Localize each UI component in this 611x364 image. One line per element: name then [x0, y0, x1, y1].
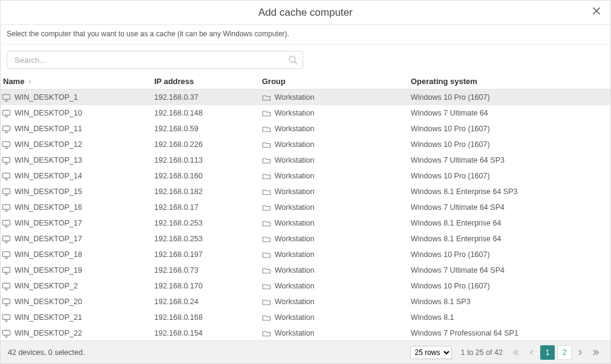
chevron-left-icon — [528, 348, 536, 357]
page-button-1[interactable]: 1 — [540, 345, 555, 360]
cell-ip: 192.168.0.24 — [154, 297, 262, 306]
svg-rect-8 — [2, 204, 10, 209]
cell-group: Workstation — [262, 109, 411, 118]
cell-group: Workstation — [262, 266, 411, 275]
col-header-os[interactable]: Operating system — [411, 77, 610, 86]
table-row[interactable]: WIN_DESKTOP_12192.168.0.226WorkstationWi… — [1, 137, 610, 152]
pager: 12 — [509, 345, 603, 360]
cell-ip: 192.168.0.160 — [154, 172, 262, 180]
last-page-button[interactable] — [589, 345, 603, 360]
group-name: Workstation — [275, 93, 315, 102]
cell-ip: 192.168.0.59 — [154, 125, 262, 133]
cell-ip: 192.168.0.253 — [154, 219, 262, 227]
col-header-name-label: Name — [3, 77, 24, 86]
monitor-icon — [2, 219, 11, 228]
page-numbers: 12 — [540, 345, 572, 360]
cell-group: Workstation — [262, 93, 411, 102]
table-row[interactable]: WIN_DESKTOP_17192.168.0.253WorkstationWi… — [1, 231, 610, 247]
table-body[interactable]: WIN_DESKTOP_1192.168.0.37WorkstationWind… — [1, 89, 610, 340]
table-row[interactable]: WIN_DESKTOP_13192.168.0.113WorkstationWi… — [1, 152, 610, 168]
folder-icon — [262, 156, 271, 165]
table-row[interactable]: WIN_DESKTOP_20192.168.0.24WorkstationWin… — [1, 294, 610, 310]
cell-group: Workstation — [262, 172, 411, 181]
table-row[interactable]: WIN_DESKTOP_11192.168.0.59WorkstationWin… — [1, 121, 610, 137]
dialog-title: Add cache computer — [258, 7, 353, 19]
cell-ip: 192.168.0.17 — [154, 203, 262, 212]
cell-os: Windows 10 Pro (1607) — [411, 172, 610, 180]
prev-page-button[interactable] — [524, 345, 539, 360]
page-size-select[interactable]: 25 rows — [410, 346, 452, 359]
folder-icon — [262, 297, 271, 307]
page-button-2[interactable]: 2 — [557, 345, 572, 360]
group-name: Workstation — [275, 125, 315, 133]
first-page-button[interactable] — [509, 345, 523, 360]
monitor-icon — [2, 266, 11, 275]
close-icon — [592, 7, 601, 15]
monitor-icon — [2, 109, 11, 118]
cell-group: Workstation — [262, 235, 411, 244]
folder-icon — [262, 93, 271, 102]
table-row[interactable]: WIN_DESKTOP_16192.168.0.17WorkstationWin… — [1, 200, 610, 215]
cell-name: WIN_DESKTOP_17 — [2, 235, 154, 244]
cell-name: WIN_DESKTOP_2 — [2, 282, 154, 291]
svg-rect-13 — [2, 283, 10, 288]
close-button[interactable] — [591, 7, 602, 18]
folder-icon — [262, 266, 271, 275]
status-text: 42 devices, 0 selected. — [8, 348, 85, 357]
next-page-button[interactable] — [573, 345, 587, 360]
svg-rect-1 — [2, 94, 10, 99]
folder-icon — [262, 235, 271, 244]
col-header-ip[interactable]: IP address — [154, 77, 262, 86]
folder-icon — [262, 250, 271, 259]
cell-name: WIN_DESKTOP_20 — [2, 297, 154, 307]
group-name: Workstation — [275, 219, 315, 227]
group-name: Workstation — [275, 235, 315, 243]
computer-name: WIN_DESKTOP_10 — [15, 109, 82, 117]
cell-ip: 192.168.0.154 — [154, 329, 262, 337]
group-name: Workstation — [275, 313, 315, 322]
cell-name: WIN_DESKTOP_17 — [2, 219, 154, 228]
cell-name: WIN_DESKTOP_18 — [2, 250, 154, 259]
col-header-group[interactable]: Group — [262, 77, 411, 86]
monitor-icon — [2, 93, 11, 102]
cell-name: WIN_DESKTOP_10 — [2, 109, 154, 118]
cell-group: Workstation — [262, 219, 411, 228]
group-name: Workstation — [275, 172, 315, 180]
footer: 42 devices, 0 selected. 25 rows 1 to 25 … — [1, 340, 610, 363]
table-row[interactable]: WIN_DESKTOP_1192.168.0.37WorkstationWind… — [1, 89, 610, 105]
search-input[interactable] — [13, 55, 288, 65]
table-row[interactable]: WIN_DESKTOP_22192.168.0.154WorkstationWi… — [1, 325, 610, 340]
cell-ip: 192.168.0.170 — [154, 282, 262, 290]
computer-name: WIN_DESKTOP_17 — [15, 235, 82, 243]
group-name: Workstation — [275, 203, 315, 212]
folder-icon — [262, 203, 271, 212]
table-row[interactable]: WIN_DESKTOP_14192.168.0.160WorkstationWi… — [1, 168, 610, 184]
table-row[interactable]: WIN_DESKTOP_19192.168.0.73WorkstationWin… — [1, 262, 610, 278]
table-row[interactable]: WIN_DESKTOP_10192.168.0.148WorkstationWi… — [1, 105, 610, 121]
cell-name: WIN_DESKTOP_13 — [2, 156, 154, 165]
svg-rect-10 — [2, 236, 10, 241]
computer-name: WIN_DESKTOP_15 — [15, 187, 82, 196]
cell-group: Workstation — [262, 140, 411, 149]
table-row[interactable]: WIN_DESKTOP_18192.168.0.197WorkstationWi… — [1, 247, 610, 262]
cell-group: Workstation — [262, 282, 411, 291]
cell-group: Workstation — [262, 125, 411, 134]
folder-icon — [262, 172, 271, 181]
table-row[interactable]: WIN_DESKTOP_21192.168.0.168WorkstationWi… — [1, 310, 610, 325]
search-box[interactable] — [7, 51, 303, 69]
svg-rect-9 — [2, 220, 10, 225]
cell-os: Windows 8.1 SP3 — [411, 297, 610, 306]
table-row[interactable]: WIN_DESKTOP_2192.168.0.170WorkstationWin… — [1, 278, 610, 294]
table-row[interactable]: WIN_DESKTOP_17192.168.0.253WorkstationWi… — [1, 215, 610, 231]
monitor-icon — [2, 235, 11, 244]
cell-os: Windows 10 Pro (1607) — [411, 93, 610, 102]
table-row[interactable]: WIN_DESKTOP_15192.168.0.182WorkstationWi… — [1, 184, 610, 200]
monitor-icon — [2, 140, 11, 149]
cell-name: WIN_DESKTOP_15 — [2, 187, 154, 197]
cell-name: WIN_DESKTOP_21 — [2, 313, 154, 322]
chevrons-right-icon — [592, 348, 600, 357]
col-header-name[interactable]: Name ↑ — [2, 77, 154, 86]
cell-ip: 192.168.0.197 — [154, 250, 262, 259]
group-name: Workstation — [275, 156, 315, 164]
folder-icon — [262, 109, 271, 118]
